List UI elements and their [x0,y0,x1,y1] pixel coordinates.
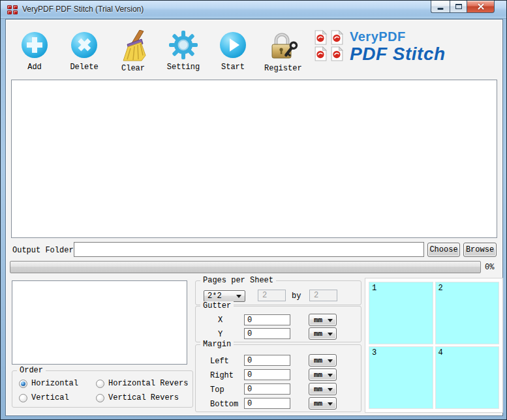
chevron-down-icon [328,359,333,365]
app-logo: VeryPDF PDF Stitch [313,30,446,63]
margin-bottom-unit-value: mm [309,400,328,408]
gutter-y-unit-value: mm [309,330,328,338]
register-label: Register [264,64,301,73]
progress-bar [10,261,481,273]
start-button[interactable]: Start [215,30,251,72]
order-legend: Order [17,366,46,375]
margin-right-input[interactable] [244,369,290,380]
minimize-button[interactable] [431,1,450,13]
margin-bottom-input[interactable] [244,398,290,409]
delete-button[interactable]: Delete [66,30,102,72]
margin-top-input[interactable] [244,383,290,395]
chevron-down-icon [236,295,241,301]
register-button[interactable]: Register [264,30,301,73]
logo-product: PDF Stitch [350,45,446,63]
margin-right-label: Right [210,371,234,380]
chevron-down-icon [328,374,333,380]
pages-per-sheet-legend: Pages per Sheet [200,276,276,285]
margin-bottom-label: Bottom [210,400,238,409]
margin-right-unit-value: mm [309,371,328,379]
gutter-group: Gutter X mm Y mm [195,306,361,342]
gutter-y-unit-dropdown[interactable]: mm [309,327,337,340]
radio-circle [19,380,27,388]
play-icon [219,30,247,60]
radio-circle [19,394,27,402]
app-icon [7,5,18,14]
gutter-x-label: X [218,316,223,325]
margin-right-unit-dropdown[interactable]: mm [309,368,337,381]
gutter-x-unit-value: mm [309,316,328,324]
gutter-y-input[interactable] [244,328,290,339]
app-window: VeryPDF PDF Stitch (Trial Version) Add [0,0,507,420]
margin-left-unit-value: mm [309,357,328,365]
layout-preview: 1 2 3 4 [365,278,503,413]
thumbnail-preview-box[interactable] [12,280,187,365]
order-group: Order Horizontal Horizontal Revers Verti… [12,370,193,408]
start-label: Start [215,63,251,72]
margin-top-label: Top [210,385,224,395]
radio-horizontal-label: Horizontal [31,379,78,388]
maximize-button[interactable] [450,1,467,13]
window-title: VeryPDF PDF Stitch (Trial Version) [22,5,144,14]
lock-key-icon [267,30,298,61]
browse-button[interactable]: Browse [463,243,497,257]
radio-horizontal-revers[interactable]: Horizontal Revers [96,379,188,388]
cols-field [309,290,337,301]
margin-bottom-unit-dropdown[interactable]: mm [309,397,337,410]
add-button[interactable]: Add [16,30,53,72]
margin-group: Margin Left mm Right mm Top mm Bottom mm [195,344,361,412]
file-list[interactable] [11,80,497,238]
margin-legend: Margin [200,340,234,349]
radio-vertical-revers-label: Vertical Revers [108,393,179,402]
gutter-x-input[interactable] [244,314,290,325]
setting-label: Setting [165,63,202,72]
chevron-down-icon [328,333,333,338]
add-icon [20,30,49,60]
broom-icon [118,30,148,61]
clear-button[interactable]: Clear [115,30,151,73]
setting-button[interactable]: Setting [165,30,202,72]
radio-horizontal[interactable]: Horizontal [19,379,78,388]
layout-preview-cell: 4 [435,346,500,409]
layout-dropdown[interactable]: 2*2 [204,290,245,302]
pdf-pages-logo-icon [313,30,345,61]
gutter-legend: Gutter [200,301,234,310]
gutter-x-unit-dropdown[interactable]: mm [309,314,337,326]
radio-horizontal-revers-label: Horizontal Revers [108,379,188,388]
chevron-down-icon [328,388,333,394]
margin-left-label: Left [210,357,229,366]
choose-button[interactable]: Choose [427,243,460,257]
minimize-icon [438,8,444,10]
close-button[interactable] [467,1,495,13]
close-icon [467,1,494,12]
chevron-down-icon [328,319,333,325]
radio-vertical-label: Vertical [31,393,69,402]
clear-label: Clear [115,64,151,73]
rows-field [258,290,286,301]
layout-dropdown-value: 2*2 [204,292,236,301]
progress-percent: 0% [485,263,494,272]
add-label: Add [16,63,53,72]
layout-preview-cell: 1 [369,282,433,344]
output-folder-label: Output Folder: [12,246,78,255]
gutter-y-label: Y [218,330,223,339]
layout-preview-cell: 2 [435,282,500,344]
by-label: by [292,292,301,301]
titlebar[interactable]: VeryPDF PDF Stitch (Trial Version) [1,1,506,19]
margin-left-unit-dropdown[interactable]: mm [309,354,337,367]
chevron-down-icon [328,402,333,408]
output-folder-input[interactable] [74,242,424,257]
radio-vertical[interactable]: Vertical [19,393,69,402]
window-controls [431,1,495,13]
margin-top-unit-value: mm [309,385,328,393]
maximize-icon [455,4,462,9]
gear-icon [168,30,198,60]
delete-icon [70,30,99,60]
radio-vertical-revers[interactable]: Vertical Revers [96,393,179,402]
layout-preview-cell: 3 [369,346,433,409]
radio-circle [96,394,104,402]
margin-left-input[interactable] [244,355,290,366]
margin-top-unit-dropdown[interactable]: mm [309,383,337,395]
logo-brand: VeryPDF [350,30,446,43]
delete-label: Delete [66,63,102,72]
